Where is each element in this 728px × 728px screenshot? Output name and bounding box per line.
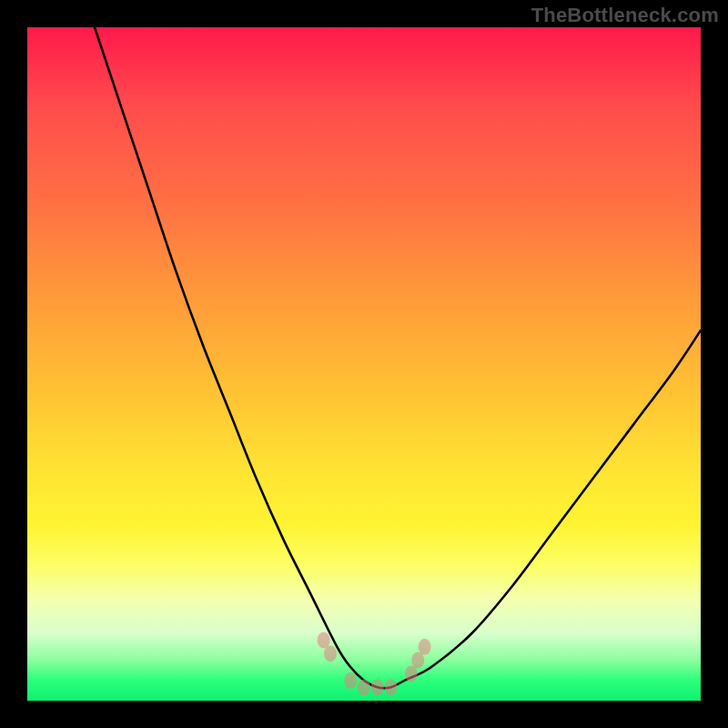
- curve-svg: [27, 27, 701, 701]
- bottleneck-curve: [95, 27, 701, 688]
- valley-dot: [385, 679, 398, 695]
- valley-dot: [344, 672, 357, 689]
- valley-dot: [371, 679, 384, 695]
- valley-dot: [405, 665, 418, 682]
- valley-dot: [419, 639, 431, 655]
- plot-area: [27, 27, 701, 701]
- watermark-text: TheBottleneck.com: [531, 4, 719, 27]
- valley-dot: [318, 632, 330, 648]
- valley-dot: [358, 679, 370, 695]
- valley-dot: [411, 652, 424, 669]
- valley-dot: [324, 645, 337, 662]
- chart-frame: TheBottleneck.com: [0, 0, 728, 728]
